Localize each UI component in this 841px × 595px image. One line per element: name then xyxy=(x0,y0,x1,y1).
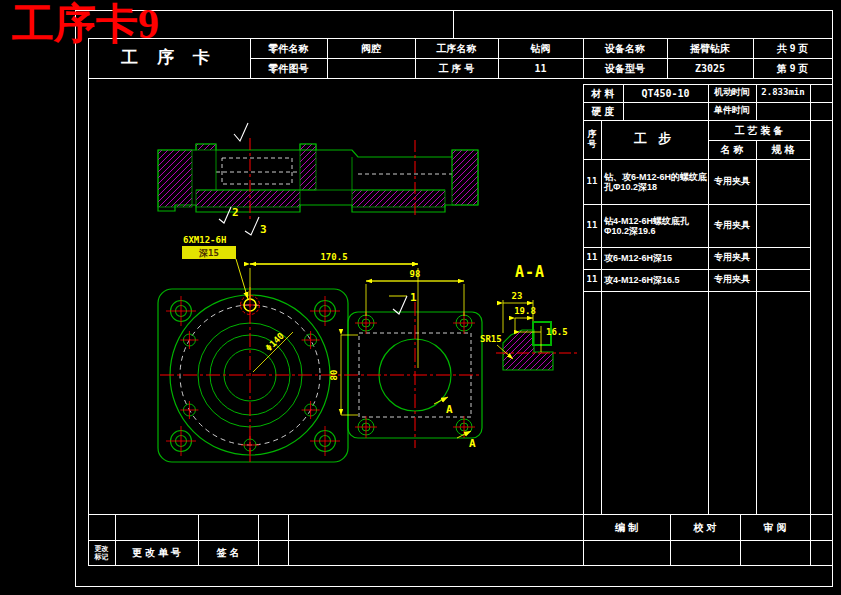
step-desc: 钻、攻6-M12-6H的螺纹底孔Φ10.2深18 xyxy=(601,159,714,206)
process-no-value: 11 xyxy=(498,58,583,78)
equipment-name-value: 摇臂钻床 xyxy=(667,38,753,58)
step-desc: 攻6-M12-6H深15 xyxy=(601,247,714,271)
check-label: 校 对 xyxy=(670,514,740,540)
step-column-header: 工 步 xyxy=(601,120,708,159)
centering-mark xyxy=(453,10,454,38)
cad-sheet: 2 3 xyxy=(0,0,841,595)
step-desc: 钻4-M12-6H螺纹底孔Φ10.2深19.6 xyxy=(601,204,714,249)
machine-time-label: 机动时间 xyxy=(708,84,756,102)
machine-time-value: 2.833min xyxy=(756,84,810,102)
inner-frame-left xyxy=(88,38,89,565)
unit-time-label: 单件时间 xyxy=(708,102,756,120)
material-label: 材 料 xyxy=(583,84,623,102)
grid-line xyxy=(88,565,832,566)
signature-label: 签 名 xyxy=(198,540,258,565)
step-spec xyxy=(756,247,810,269)
equipment-name-label: 设备名称 xyxy=(583,38,667,58)
step-seq: 11 xyxy=(583,247,601,269)
step-tool: 专用夹具 xyxy=(708,159,756,204)
process-no-label: 工 序 号 xyxy=(415,58,498,78)
process-name-label: 工序名称 xyxy=(415,38,498,58)
revision-mark-label: 更改 标记 xyxy=(88,540,115,565)
equipment-model-value: Z3025 xyxy=(667,58,753,78)
review-label: 审 阅 xyxy=(740,514,810,540)
step-seq: 11 xyxy=(583,159,601,204)
revision-order-label: 更 改 单 号 xyxy=(115,540,198,565)
hardness-value xyxy=(623,102,708,120)
material-value: QT450-10 xyxy=(623,84,708,102)
grid-line xyxy=(88,78,832,79)
step-spec xyxy=(756,269,810,291)
grid-line xyxy=(258,514,259,565)
step-tool: 专用夹具 xyxy=(708,204,756,247)
tool-spec-header: 规 格 xyxy=(756,140,810,159)
part-no-value xyxy=(327,58,415,78)
tooling-header: 工 艺 装 备 xyxy=(708,120,810,140)
compile-label: 编 制 xyxy=(583,514,670,540)
grid-line xyxy=(288,514,289,565)
part-name-label: 零件名称 xyxy=(250,38,327,58)
equipment-model-label: 设备型号 xyxy=(583,58,667,78)
step-tool: 专用夹具 xyxy=(708,247,756,269)
part-name-value: 阀腔 xyxy=(327,38,415,58)
step-spec xyxy=(756,159,810,204)
process-name-value: 钻阀 xyxy=(498,38,583,58)
step-seq: 11 xyxy=(583,204,601,247)
total-pages: 共 9 页 xyxy=(753,38,832,58)
part-no-label: 零件图号 xyxy=(250,58,327,78)
seq-column-header: 序 号 xyxy=(583,120,601,159)
step-tool: 专用夹具 xyxy=(708,269,756,291)
red-annotation-title: 工序卡9 xyxy=(12,0,159,52)
hardness-label: 硬 度 xyxy=(583,102,623,120)
tool-name-header: 名 称 xyxy=(708,140,756,159)
step-desc: 攻4-M12-6H深16.5 xyxy=(601,269,714,293)
unit-time-value xyxy=(756,102,810,120)
inner-frame-right xyxy=(832,38,833,565)
step-spec xyxy=(756,204,810,247)
page-no: 第 9 页 xyxy=(753,58,832,78)
step-seq: 11 xyxy=(583,269,601,291)
grid-line xyxy=(810,84,811,565)
